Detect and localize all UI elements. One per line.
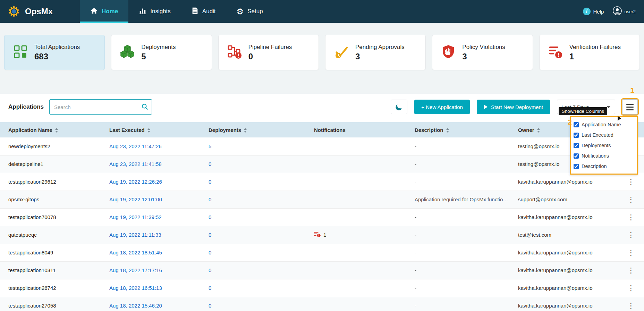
table-row[interactable]: testapplication70078Aug 19, 2022 11:39:5… — [0, 208, 644, 226]
row-actions-cell[interactable]: ⋮ — [618, 297, 644, 311]
canary-button[interactable] — [391, 100, 407, 114]
deployments-count-cell[interactable]: 0 — [200, 261, 306, 279]
application-name-cell[interactable]: testapplication26742 — [0, 279, 101, 297]
card-pending-approvals[interactable]: Pending Approvals3 — [325, 35, 426, 70]
kebab-menu-icon[interactable]: ⋮ — [627, 284, 635, 292]
nav-item-insights[interactable]: Insights — [128, 0, 181, 23]
table-row[interactable]: opsmx-gitopsAug 19, 2022 12:01:000Applic… — [0, 191, 644, 208]
last-executed-cell[interactable]: Aug 23, 2022 11:47:26 — [101, 137, 200, 155]
column-toggle-notifications[interactable]: Notifications — [574, 151, 634, 161]
kebab-menu-icon[interactable]: ⋮ — [627, 302, 635, 310]
deployments-count-cell[interactable]: 0 — [200, 191, 306, 208]
nav-item-setup[interactable]: ⚙ Setup — [226, 0, 273, 23]
new-application-button[interactable]: + New Application — [414, 100, 470, 114]
row-actions-cell[interactable]: ⋮ — [618, 208, 644, 226]
column-toggle-checkbox[interactable] — [574, 133, 579, 138]
deployments-count-cell[interactable]: 0 — [200, 279, 306, 297]
table-row[interactable]: testapplication26742Aug 18, 2022 16:51:1… — [0, 279, 644, 297]
column-toggle-checkbox[interactable] — [574, 122, 579, 127]
table-row[interactable]: newdeployments2Aug 23, 2022 11:47:265-te… — [0, 137, 644, 155]
last-executed-cell[interactable]: Aug 19, 2022 12:01:00 — [101, 191, 200, 208]
deployments-count-cell[interactable]: 0 — [200, 297, 306, 311]
kebab-menu-icon[interactable]: ⋮ — [627, 195, 635, 204]
row-actions-cell[interactable]: ⋮ — [618, 226, 644, 244]
card-label: Pipeline Failures — [248, 44, 292, 51]
application-name-cell[interactable]: deletepipeline1 — [0, 155, 101, 173]
column-header-deployments[interactable]: Deployments — [200, 122, 306, 137]
notifications-cell — [306, 191, 406, 208]
column-toggle-description[interactable]: Description — [574, 161, 634, 171]
nav-item-audit[interactable]: Audit — [181, 0, 226, 23]
application-name-cell[interactable]: newdeployments2 — [0, 137, 101, 155]
card-pipeline-failures[interactable]: Pipeline Failures0 — [218, 35, 319, 70]
applications-table-body: newdeployments2Aug 23, 2022 11:47:265-te… — [0, 137, 644, 311]
table-row[interactable]: testapplication29612Aug 19, 2022 12:26:2… — [0, 173, 644, 191]
nav-item-home[interactable]: Home — [80, 0, 128, 23]
kebab-menu-icon[interactable]: ⋮ — [627, 213, 635, 221]
help-button[interactable]: i Help — [583, 8, 604, 15]
description-cell: - — [406, 155, 510, 173]
user-menu[interactable]: user2 — [613, 6, 636, 17]
row-actions-cell[interactable]: ⋮ — [618, 279, 644, 297]
deployments-count-cell[interactable]: 5 — [200, 137, 306, 155]
application-name-cell[interactable]: testapplication8049 — [0, 244, 101, 261]
card-policy-violations[interactable]: Policy Violations3 — [432, 35, 533, 70]
kebab-menu-icon[interactable]: ⋮ — [627, 266, 635, 275]
application-name-cell[interactable]: opsmx-gitops — [0, 191, 101, 208]
table-row[interactable]: qatestpueqcAug 19, 2022 11:11:3301-test@… — [0, 226, 644, 244]
show-hide-columns-button[interactable] — [622, 99, 638, 115]
table-row[interactable]: testapplication10311Aug 18, 2022 17:17:1… — [0, 261, 644, 279]
last-executed-cell[interactable]: Aug 19, 2022 11:39:52 — [101, 208, 200, 226]
application-name-cell[interactable]: qatestpueqc — [0, 226, 101, 244]
application-name-cell[interactable]: testapplication27058 — [0, 297, 101, 311]
kebab-menu-icon[interactable]: ⋮ — [627, 178, 635, 186]
kebab-menu-icon[interactable]: ⋮ — [627, 231, 635, 239]
card-deployments[interactable]: Deployments5 — [111, 35, 212, 70]
last-executed-cell[interactable]: Aug 23, 2022 11:41:58 — [101, 155, 200, 173]
row-actions-cell[interactable]: ⋮ — [618, 191, 644, 208]
start-deployment-button[interactable]: Start New Deployment — [477, 100, 550, 114]
description-cell: - — [406, 137, 510, 155]
brand[interactable]: ⚙ OpsMx — [6, 4, 53, 19]
deployments-count-cell[interactable]: 0 — [200, 244, 306, 261]
column-header-description[interactable]: Description — [406, 122, 510, 137]
application-name-cell[interactable]: testapplication29612 — [0, 173, 101, 191]
search-icon[interactable] — [141, 103, 149, 112]
application-name-cell[interactable]: testapplication10311 — [0, 261, 101, 279]
column-toggle-deployments[interactable]: Deployments — [574, 140, 634, 151]
description-cell: - — [406, 261, 510, 279]
brand-name: OpsMx — [25, 7, 53, 16]
kebab-menu-icon[interactable]: ⋮ — [627, 249, 635, 257]
card-verification-failures[interactable]: Verification Failures1 — [539, 35, 640, 70]
column-header-last-executed[interactable]: Last Executed — [101, 122, 200, 137]
column-toggle-last-executed[interactable]: Last Executed — [574, 130, 634, 140]
deployments-count-cell[interactable]: 0 — [200, 173, 306, 191]
last-executed-cell[interactable]: Aug 19, 2022 11:11:33 — [101, 226, 200, 244]
column-toggle-checkbox[interactable] — [574, 153, 579, 159]
info-icon: i — [583, 8, 591, 15]
column-toggle-checkbox[interactable] — [574, 143, 579, 148]
table-row[interactable]: deletepipeline1Aug 23, 2022 11:41:580-te… — [0, 155, 644, 173]
table-row[interactable]: testapplication27058Aug 18, 2022 15:46:2… — [0, 297, 644, 311]
column-toggle-application-name[interactable]: Application Name — [574, 119, 634, 130]
deployments-count-cell[interactable]: 0 — [200, 155, 306, 173]
last-executed-cell[interactable]: Aug 18, 2022 18:51:45 — [101, 244, 200, 261]
owner-cell: kavitha.karuppannan@opsmx.io — [510, 244, 618, 261]
sort-icon — [147, 128, 150, 133]
deployments-count-cell[interactable]: 0 — [200, 226, 306, 244]
column-toggle-checkbox[interactable] — [574, 164, 579, 169]
notification-failure-icon — [314, 231, 321, 238]
column-header-application-name[interactable]: Application Name — [0, 122, 101, 137]
last-executed-cell[interactable]: Aug 18, 2022 15:46:20 — [101, 297, 200, 311]
last-executed-cell[interactable]: Aug 18, 2022 17:17:16 — [101, 261, 200, 279]
last-executed-cell[interactable]: Aug 19, 2022 12:26:26 — [101, 173, 200, 191]
row-actions-cell[interactable]: ⋮ — [618, 173, 644, 191]
last-executed-cell[interactable]: Aug 18, 2022 16:51:13 — [101, 279, 200, 297]
row-actions-cell[interactable]: ⋮ — [618, 244, 644, 261]
row-actions-cell[interactable]: ⋮ — [618, 261, 644, 279]
card-total-applications[interactable]: Total Applications683 — [4, 35, 105, 70]
deployments-count-cell[interactable]: 0 — [200, 208, 306, 226]
search-input[interactable] — [49, 99, 152, 115]
table-row[interactable]: testapplication8049Aug 18, 2022 18:51:45… — [0, 244, 644, 261]
application-name-cell[interactable]: testapplication70078 — [0, 208, 101, 226]
